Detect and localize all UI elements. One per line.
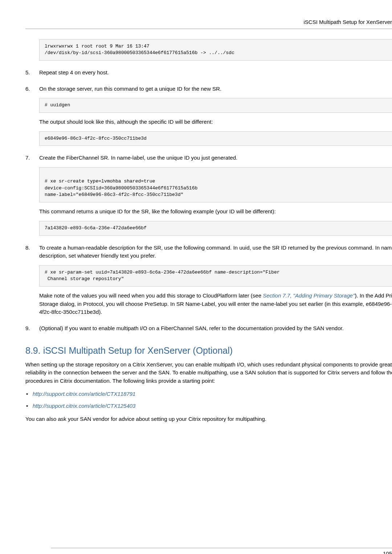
- list-item: http://support.citrix.com/article/CTX125…: [25, 402, 392, 410]
- external-link[interactable]: http://support.citrix.com/article/CTX125…: [33, 403, 135, 409]
- step-text: Create the FiberChannel SR. In name-labe…: [39, 154, 392, 162]
- step-text: Make note of the values you will need wh…: [39, 292, 392, 316]
- step-8: To create a human-readable description f…: [25, 244, 392, 316]
- external-link[interactable]: http://support.citrix.com/article/CTX118…: [33, 391, 135, 397]
- page-footer: 105: [51, 548, 392, 554]
- step-text: To create a human-readable description f…: [39, 244, 392, 260]
- step-7: Create the FiberChannel SR. In name-labe…: [25, 154, 392, 235]
- step-5: Repeat step 4 on every host.: [25, 69, 392, 77]
- code-block: lrwxrwxrwx 1 root root 9 Mar 16 13:47 /d…: [39, 39, 392, 61]
- link-list: http://support.citrix.com/article/CTX118…: [25, 390, 392, 410]
- step-text: (Optional) If you want to enable multipa…: [39, 324, 392, 333]
- code-block: # uuidgen: [39, 98, 392, 113]
- code-block: e6849e96-86c3-4f2c-8fcc-350cc711be3d: [39, 131, 392, 146]
- step-text: This command returns a unique ID for the…: [39, 208, 392, 216]
- step-list: Repeat step 4 on every host. On the stor…: [25, 69, 392, 332]
- page-header: iSCSI Multipath Setup for XenServer (Opt…: [25, 18, 392, 29]
- section-heading: 8.9. iSCSI Multipath Setup for XenServer…: [25, 344, 392, 358]
- xref-link[interactable]: Section 7.7, "Adding Primary Storage": [263, 292, 355, 299]
- page-number: 105: [383, 550, 392, 554]
- section-paragraph: You can also ask your SAN vendor for adv…: [25, 415, 392, 423]
- step-9: (Optional) If you want to enable multipa…: [25, 324, 392, 333]
- text-span: Make note of the values you will need wh…: [39, 292, 263, 299]
- step-text: The output should look like this, althou…: [39, 118, 392, 126]
- code-block: # xe sr-param-set uuid=7a143820-e893-6c6…: [39, 265, 392, 287]
- list-item: http://support.citrix.com/article/CTX118…: [25, 390, 392, 398]
- code-block: 7a143820-e893-6c6a-236e-472da6ee66bf: [39, 221, 392, 236]
- step-text: Repeat step 4 on every host.: [39, 69, 392, 77]
- section-paragraph: When setting up the storage repository o…: [25, 361, 392, 385]
- step-text: On the storage server, run this command …: [39, 85, 392, 93]
- code-block: # xe sr-create type=lvmohba shared=true …: [39, 167, 392, 202]
- step-6: On the storage server, run this command …: [25, 85, 392, 146]
